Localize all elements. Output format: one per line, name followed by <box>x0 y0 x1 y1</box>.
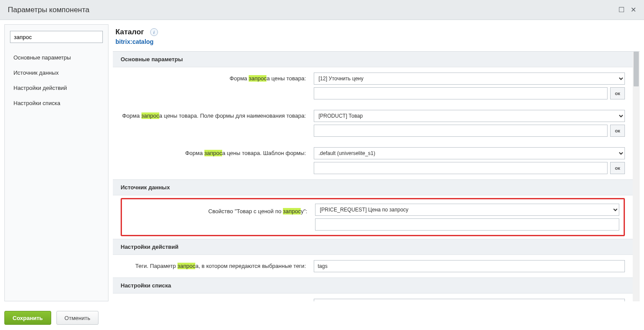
sidebar-item-main-params[interactable]: Основные параметры <box>7 50 105 65</box>
form-price-input[interactable] <box>314 87 608 99</box>
window-controls: ☐ ✕ <box>618 7 636 13</box>
form-product-field-select[interactable]: [PRODUCT] Товар <box>314 110 625 122</box>
param-row-form-price: Форма запроса цены товара: [12] Уточнить… <box>113 67 633 105</box>
highlight: запрос <box>141 112 159 119</box>
param-label: Форма запроса цены товара: <box>121 73 314 82</box>
param-label: Форма запроса цены товара. Поле формы дл… <box>121 110 314 119</box>
close-icon[interactable]: ✕ <box>631 7 636 13</box>
highlighted-param-box: Свойство "Товар с ценой по запросу": [PR… <box>121 198 625 236</box>
form-template-input[interactable] <box>314 162 608 174</box>
param-row-form-product-field: Форма запроса цены товара. Поле формы дл… <box>113 105 633 142</box>
search-input[interactable] <box>10 31 103 43</box>
highlight: запрос <box>204 150 222 156</box>
save-button[interactable]: Сохранить <box>4 311 51 325</box>
dialog-window: Параметры компонента ☐ ✕ Основные параме… <box>0 0 644 330</box>
param-label: Форма запроса цены товара. Шаблон формы: <box>121 147 314 156</box>
section-header-main: Основные параметры <box>113 52 633 67</box>
sidebar-item-list-settings[interactable]: Настройки списка <box>7 96 105 111</box>
highlight: запрос <box>283 208 301 214</box>
titlebar: Параметры компонента ☐ ✕ <box>0 0 644 20</box>
param-row-tags-param: Теги. Параметр запроса, в котором переда… <box>113 255 633 277</box>
component-title: Каталог <box>115 28 144 36</box>
maximize-icon[interactable]: ☐ <box>618 7 624 13</box>
param-label: Свойство "Товар с ценой по запросу": <box>122 204 315 231</box>
param-control: .default (universelite_s1) ок <box>314 147 625 174</box>
form-template-select[interactable]: .default (universelite_s1) <box>314 147 625 159</box>
form-product-field-input[interactable] <box>314 125 608 137</box>
param-control: [PRICE_REQUEST] Цена по запросу <box>315 204 624 231</box>
scrollbar-thumb[interactable] <box>634 52 639 86</box>
cancel-button[interactable]: Отменить <box>56 311 99 325</box>
param-control <box>314 260 625 272</box>
main-panel: Каталог i bitrix:catalog Основные параме… <box>113 24 640 301</box>
sidebar: Основные параметры Источник данных Настр… <box>4 24 108 301</box>
form-price-select[interactable]: [12] Уточнить цену <box>314 73 625 85</box>
component-header: Каталог i bitrix:catalog <box>113 24 640 51</box>
window-title: Параметры компонента <box>8 6 618 14</box>
param-label: Быстрый просмотр. Текст кнопки "Цена по … <box>121 299 314 301</box>
ok-button[interactable]: ок <box>610 125 625 137</box>
ok-button[interactable]: ок <box>610 162 625 174</box>
sidebar-item-data-source[interactable]: Источник данных <box>7 65 105 80</box>
tags-param-input[interactable] <box>314 260 625 272</box>
scrollbar-track[interactable] <box>633 52 640 301</box>
ok-button[interactable]: ок <box>610 87 625 99</box>
param-control <box>314 299 625 301</box>
param-row-quick-view-button-text: Быстрый просмотр. Текст кнопки "Цена по … <box>113 294 633 301</box>
highlight: запрос <box>249 75 266 82</box>
section-header-action-settings: Настройки действий <box>113 239 633 255</box>
component-code: bitrix:catalog <box>115 38 640 45</box>
section-header-data-source: Источник данных <box>113 179 633 195</box>
param-label: Теги. Параметр запроса, в котором переда… <box>121 260 314 269</box>
sidebar-nav: Основные параметры Источник данных Настр… <box>5 50 108 111</box>
param-control: [PRODUCT] Товар ок <box>314 110 625 137</box>
info-icon[interactable]: i <box>150 28 158 36</box>
params-scroll: Основные параметры Форма запроса цены то… <box>113 51 640 301</box>
price-request-property-input[interactable] <box>315 218 619 231</box>
dialog-footer: Сохранить Отменить <box>0 306 644 330</box>
section-header-list-settings: Настройки списка <box>113 277 633 294</box>
highlight: запрос <box>177 263 195 269</box>
dialog-content: Основные параметры Источник данных Настр… <box>0 20 644 306</box>
search-wrap <box>5 25 108 50</box>
sidebar-item-action-settings[interactable]: Настройки действий <box>7 80 105 96</box>
price-request-property-select[interactable]: [PRICE_REQUEST] Цена по запросу <box>315 204 619 216</box>
quick-view-button-text-input[interactable] <box>314 299 625 301</box>
param-row-form-template: Форма запроса цены товара. Шаблон формы:… <box>113 142 633 179</box>
param-control: [12] Уточнить цену ок <box>314 73 625 99</box>
